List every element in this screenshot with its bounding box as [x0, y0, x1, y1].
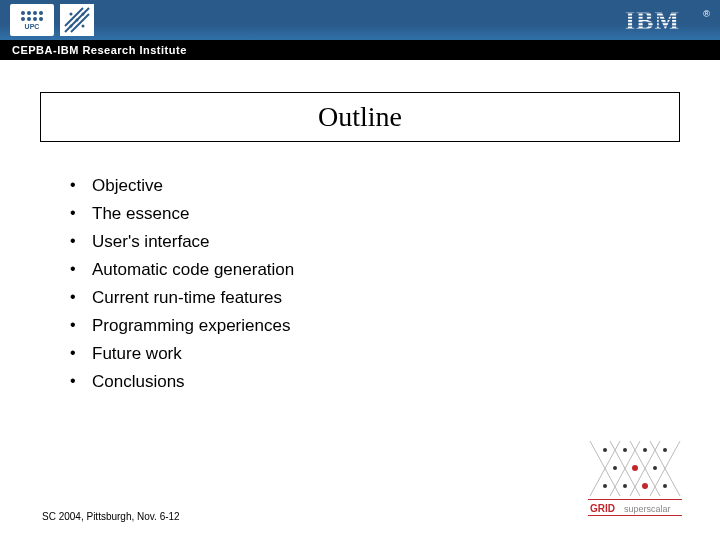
svg-point-23 — [603, 484, 607, 488]
svg-point-19 — [643, 448, 647, 452]
svg-point-21 — [613, 466, 617, 470]
svg-point-26 — [632, 465, 638, 471]
registered-mark: ® — [703, 9, 710, 19]
list-item: Programming experiences — [70, 312, 720, 340]
list-item: Future work — [70, 340, 720, 368]
superscalar-text: superscalar — [624, 504, 671, 514]
cepba-logo — [60, 4, 94, 36]
header-top-bar: UPC — [0, 0, 720, 40]
slide-title-box: Outline — [40, 92, 680, 142]
svg-point-20 — [663, 448, 667, 452]
svg-rect-28 — [588, 499, 682, 500]
grid-superscalar-logo: GRID superscalar — [580, 436, 690, 518]
ibm-text: IBM — [625, 7, 680, 33]
slide-footer: SC 2004, Pittsburgh, Nov. 6-12 — [42, 511, 180, 522]
svg-point-22 — [653, 466, 657, 470]
list-item: Conclusions — [70, 368, 720, 396]
institute-bar: CEPBA-IBM Research Institute — [0, 40, 720, 60]
slide-header: UPC — [0, 0, 720, 60]
svg-rect-29 — [588, 515, 682, 516]
ibm-logo: IBM ® — [625, 7, 710, 33]
svg-point-5 — [82, 25, 85, 28]
svg-point-3 — [70, 13, 73, 16]
list-item: Current run-time features — [70, 284, 720, 312]
upc-label: UPC — [25, 23, 40, 30]
svg-point-24 — [623, 484, 627, 488]
svg-point-17 — [603, 448, 607, 452]
list-item: Automatic code generation — [70, 256, 720, 284]
svg-point-27 — [642, 483, 648, 489]
svg-point-6 — [82, 13, 85, 16]
left-logos: UPC — [10, 4, 94, 36]
list-item: Objective — [70, 172, 720, 200]
list-item: The essence — [70, 200, 720, 228]
upc-logo: UPC — [10, 4, 54, 36]
svg-point-18 — [623, 448, 627, 452]
svg-point-25 — [663, 484, 667, 488]
svg-point-4 — [76, 19, 79, 22]
outline-list: Objective The essence User's interface A… — [70, 172, 720, 396]
svg-point-7 — [70, 25, 73, 28]
list-item: User's interface — [70, 228, 720, 256]
institute-label: CEPBA-IBM Research Institute — [12, 44, 187, 56]
grid-text: GRID — [590, 503, 615, 514]
slide-title: Outline — [318, 101, 402, 132]
